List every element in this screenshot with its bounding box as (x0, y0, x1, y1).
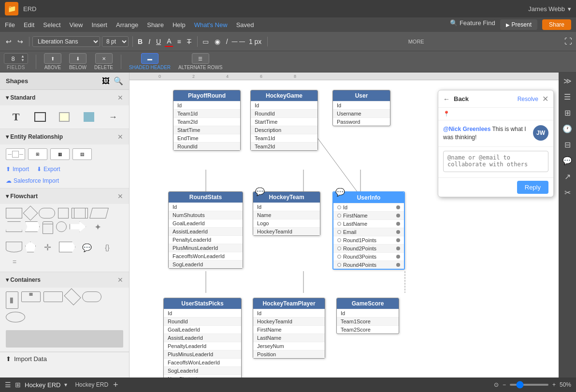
search-button[interactable]: 🔍 (114, 76, 123, 86)
grid-view-icon[interactable]: ⊞ (15, 381, 21, 389)
canvas[interactable]: PlayoffRound Id Team1Id Team2Id StartTim… (130, 80, 559, 377)
table-game-score[interactable]: GameScore Id Team1Score Team2Score (336, 298, 399, 334)
list-view-icon[interactable]: ☰ (5, 381, 11, 389)
rs-tools-icon[interactable]: ✂ (564, 188, 571, 197)
redo-button[interactable]: ↪ (15, 37, 25, 46)
more-button[interactable]: MORE (408, 39, 424, 44)
table-user-stats-picks[interactable]: UserStatsPicks Id RoundId GoalLeaderId A… (163, 298, 242, 377)
fc-brace[interactable]: {} (99, 242, 116, 253)
zoom-slider[interactable] (510, 384, 548, 386)
color-shape[interactable] (82, 110, 96, 124)
arrow-shape[interactable]: → (106, 110, 120, 124)
table-round-stats[interactable]: RoundStats Id NumShutouts GoalLeaderId A… (168, 191, 243, 269)
containers-close[interactable]: ✕ (117, 276, 123, 284)
comment-close-button[interactable]: ✕ (542, 94, 548, 103)
menu-help[interactable]: Help (173, 21, 186, 29)
export-label[interactable]: Export (43, 166, 60, 173)
rs-layers-icon[interactable]: ⊟ (564, 140, 571, 149)
fc-pent[interactable] (25, 242, 36, 252)
table-user[interactable]: User Id Username Password (332, 90, 390, 126)
fc-rect[interactable] (6, 208, 22, 218)
fc-process[interactable] (72, 208, 88, 218)
container-6[interactable] (6, 312, 25, 322)
diagram-chevron-icon[interactable]: ▾ (64, 381, 67, 388)
rect-shape[interactable] (33, 110, 47, 124)
user-info[interactable]: James Webb ▾ (528, 5, 571, 13)
comment-reply-button[interactable]: Reply (517, 181, 548, 194)
comment-input[interactable] (443, 151, 548, 172)
table-playoff-round[interactable]: PlayoffRound Id Team1Id Team2Id StartTim… (173, 90, 241, 151)
comment-pin-userinfo[interactable]: 💬 (335, 188, 345, 197)
fc-hex[interactable] (25, 221, 40, 232)
menu-edit[interactable]: Edit (24, 21, 34, 29)
fc-rounded[interactable] (39, 208, 55, 218)
rs-share2-icon[interactable]: ↗ (564, 172, 571, 181)
container-2[interactable]: ▀ (21, 291, 41, 302)
menu-share[interactable]: Share (147, 21, 164, 29)
zoom-minus[interactable]: − (503, 381, 506, 388)
rs-format-icon[interactable]: ☰ (564, 92, 571, 102)
align-button[interactable]: ≡ (175, 37, 183, 46)
text-format-button[interactable]: T̶ (185, 37, 193, 46)
rs-collapse-icon[interactable]: ≫ (563, 76, 572, 86)
fc-cylinder[interactable] (43, 221, 53, 234)
fc-square[interactable] (58, 208, 69, 218)
note-shape[interactable] (58, 110, 71, 124)
salesforce-link[interactable]: ☁ Salesforce Import (6, 177, 123, 184)
fc-arrow-right[interactable] (70, 221, 86, 232)
er-shape-2[interactable]: ⊞ (28, 148, 47, 160)
underline-button[interactable]: U (154, 37, 163, 46)
fields-count-input[interactable] (7, 55, 19, 62)
er-shape-1[interactable] (6, 148, 25, 160)
import-link[interactable]: ⬆ Import (6, 166, 29, 173)
image-button[interactable]: 🖼 (102, 77, 110, 86)
shaded-header-button[interactable]: ▬ SHADED HEADER (129, 53, 171, 70)
containers-header[interactable]: ▾ Containers ✕ (0, 272, 129, 288)
delete-button[interactable]: ✕ DELETE (94, 53, 113, 70)
feature-find[interactable]: 🔍 Feature Find (450, 19, 495, 30)
salesforce-label[interactable]: Salesforce Import (14, 177, 59, 184)
container-3[interactable] (43, 291, 63, 302)
fc-equal[interactable]: = (6, 256, 23, 268)
fc-star[interactable]: ✦ (89, 221, 106, 233)
fc-diamond[interactable] (23, 205, 38, 220)
comment-resolve-button[interactable]: Resolve (518, 96, 538, 102)
fc-parallelogram[interactable] (89, 208, 109, 218)
container-1[interactable]: ▊ (6, 291, 18, 309)
menu-insert[interactable]: Insert (91, 21, 107, 29)
text-shape[interactable]: T (9, 110, 23, 124)
undo-button[interactable]: ↩ (4, 37, 14, 46)
fit-icon[interactable]: ⊙ (494, 381, 499, 388)
fc-close[interactable]: ✕ (117, 192, 123, 200)
table-hockey-team[interactable]: 💬 HockeyTeam Id Name Logo HockeyTeamId (253, 191, 320, 236)
fc-section-header[interactable]: ▾ Flowchart ✕ (0, 189, 129, 204)
fc-tag[interactable] (59, 242, 75, 252)
fields-counter[interactable]: ▲ ▼ (4, 53, 28, 64)
table-hockey-game[interactable]: HockeyGame Id RoundId StartTime Descript… (250, 90, 318, 151)
share-button[interactable]: Share (542, 19, 571, 30)
canvas-inner[interactable]: PlayoffRound Id Team1Id Team2Id StartTim… (130, 80, 559, 377)
zoom-plus[interactable]: + (552, 381, 556, 388)
canvas-area[interactable]: 0 2 4 6 8 (130, 73, 559, 377)
diagram-name[interactable]: Hockey ERD (25, 381, 60, 389)
alt-rows-button[interactable]: ☰ ALTERNATE ROWS (178, 53, 222, 70)
menu-select[interactable]: Select (43, 21, 60, 29)
er-close[interactable]: ✕ (117, 133, 123, 141)
expand-button[interactable]: ⛶ (564, 37, 572, 46)
fields-counter-arrows[interactable]: ▲ ▼ (21, 55, 25, 62)
import-label[interactable]: Import (13, 166, 29, 173)
above-button[interactable]: ⬆ ABOVE (44, 53, 61, 70)
rs-screen-icon[interactable]: ⊞ (564, 108, 571, 117)
menu-file[interactable]: File (5, 21, 15, 29)
line-color-button[interactable]: / (224, 37, 230, 46)
er-shape-4[interactable]: ▤ (72, 148, 92, 160)
container-4[interactable] (64, 288, 81, 305)
standard-section-header[interactable]: ▾ Standard ✕ (0, 90, 129, 105)
fc-callout[interactable]: 💬 (78, 242, 96, 253)
container-5[interactable] (82, 291, 101, 302)
fill-color-button[interactable]: ◉ (213, 37, 222, 46)
line-width-button[interactable]: 1 px (247, 37, 263, 46)
comment-back-button[interactable]: ← (443, 95, 450, 103)
fill-button[interactable]: ▭ (201, 37, 211, 46)
font-color-button[interactable]: A (165, 36, 173, 47)
